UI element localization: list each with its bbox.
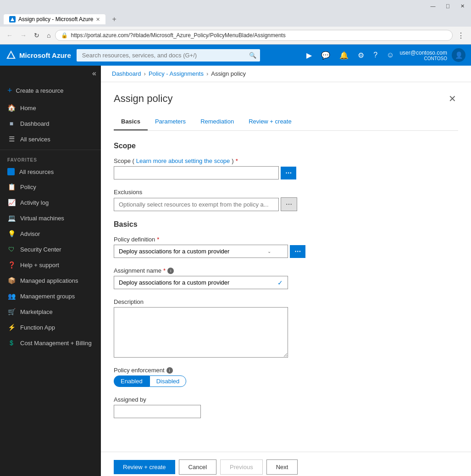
feedback-button[interactable]: 💬 — [317, 48, 334, 62]
new-tab-button[interactable]: + — [109, 14, 119, 24]
assigned-by-label: Assigned by — [114, 396, 458, 403]
assigned-by-input[interactable] — [114, 405, 201, 418]
policy-def-form-group: Policy definition * Deploy associations … — [114, 236, 458, 258]
sidebar-collapse-button[interactable]: « — [92, 69, 96, 78]
sidebar-item-virtual-machines[interactable]: 💻 Virtual machines — [0, 210, 101, 226]
sidebar-item-help-support[interactable]: ❓ Help + support — [0, 257, 101, 273]
sidebar-item-all-services[interactable]: ☰ All services — [0, 131, 101, 147]
enforcement-info-icon[interactable]: i — [166, 367, 173, 374]
search-icon: 🔍 — [249, 52, 256, 59]
next-button[interactable]: Next — [266, 459, 298, 475]
forward-button[interactable]: → — [17, 30, 29, 41]
enforcement-disabled-button[interactable]: Disabled — [150, 375, 187, 387]
description-textarea[interactable] — [114, 307, 288, 358]
minimize-button[interactable]: ― — [426, 1, 440, 11]
search-input[interactable] — [77, 49, 260, 62]
cloud-shell-button[interactable]: ▶ — [303, 48, 316, 62]
sidebar-dashboard-label: Dashboard — [20, 120, 50, 127]
sidebar-item-cost-management[interactable]: $ Cost Management + Billing — [0, 335, 101, 351]
window-titlebar: ― ⎕ ✕ — [0, 0, 471, 12]
policy-def-select[interactable]: Deploy associations for a custom provide… — [114, 245, 288, 258]
policy-enforcement-label: Policy enforcement i — [114, 367, 458, 374]
user-org: CONTOSO — [424, 56, 447, 61]
azure-logo: Microsoft Azure — [6, 50, 71, 61]
sidebar-item-function-app[interactable]: ⚡ Function App — [0, 319, 101, 335]
sidebar-item-home[interactable]: 🏠 Home — [0, 100, 101, 116]
brand-name: Microsoft Azure — [19, 51, 71, 59]
managed-apps-icon: 📦 — [7, 276, 16, 285]
sidebar-item-policy[interactable]: 📋 Policy — [0, 179, 101, 195]
exclusions-label-text: Exclusions — [114, 189, 142, 196]
restore-button[interactable]: ⎕ — [441, 1, 454, 11]
management-groups-icon: 👥 — [7, 292, 16, 300]
exclusions-input-row: ⋯ — [114, 197, 458, 211]
sidebar-managedapps-label: Managed applications — [20, 277, 78, 284]
content-area: Dashboard › Policy - Assignments › Assig… — [101, 66, 471, 476]
browser-chrome: Assign policy - Microsoft Azure ✕ + ← → … — [0, 12, 471, 45]
tab-parameters[interactable]: Parameters — [148, 113, 193, 130]
user-avatar[interactable]: 👤 — [452, 48, 465, 62]
panel-header: Assign policy ✕ — [114, 82, 458, 113]
sidebar-help-label: Help + support — [20, 262, 59, 269]
help-button[interactable]: ? — [370, 48, 381, 62]
sidebar-item-managed-applications[interactable]: 📦 Managed applications — [0, 273, 101, 288]
tab-remediation[interactable]: Remediation — [193, 113, 241, 130]
breadcrumb-dashboard[interactable]: Dashboard — [112, 70, 141, 77]
exclusions-browse-button[interactable]: ⋯ — [281, 197, 297, 211]
cancel-button[interactable]: Cancel — [179, 459, 216, 475]
marketplace-icon: 🛒 — [7, 308, 16, 316]
browser-tab[interactable]: Assign policy - Microsoft Azure ✕ — [4, 14, 105, 24]
sidebar-mgmtgroups-label: Management groups — [20, 293, 75, 300]
assignment-name-input-row: Deploy associations for a custom provide… — [114, 276, 458, 289]
scope-form-group: Scope (Learn more about setting the scop… — [114, 157, 458, 179]
settings-button[interactable]: ⚙ — [354, 48, 368, 62]
scope-input[interactable] — [114, 166, 279, 179]
user-info: user@contoso.com CONTOSO — [399, 50, 447, 61]
address-bar[interactable]: 🔒 https://portal.azure.com/?#blade/Micro… — [55, 30, 453, 41]
sidebar-item-create-resource[interactable]: + Create a resource — [0, 81, 101, 100]
breadcrumb-policy-assignments[interactable]: Policy - Assignments — [149, 70, 204, 77]
exclusions-label: Exclusions — [114, 189, 458, 196]
assignment-name-info-icon[interactable]: i — [167, 268, 174, 274]
topbar-icons: ▶ 💬 🔔 ⚙ ? ☺ user@contoso.com CONTOSO 👤 — [303, 48, 465, 62]
svg-marker-0 — [11, 17, 14, 21]
assignment-name-label: Assignment name * i — [114, 267, 458, 274]
policy-def-browse-button[interactable]: ⋯ — [290, 245, 305, 258]
assignment-name-select-container: Deploy associations for a custom provide… — [114, 276, 288, 289]
sidebar-item-activity-log[interactable]: 📈 Activity log — [0, 195, 101, 210]
sidebar-item-management-groups[interactable]: 👥 Management groups — [0, 288, 101, 304]
policy-enforcement-label-text: Policy enforcement — [114, 367, 165, 374]
enforcement-enabled-button[interactable]: Enabled — [114, 375, 150, 387]
sidebar-policy-label: Policy — [20, 184, 36, 190]
panel-footer: Review + create Cancel Previous Next — [101, 452, 471, 476]
sidebar-item-advisor[interactable]: 💡 Advisor — [0, 226, 101, 241]
sidebar-item-marketplace[interactable]: 🛒 Marketplace — [0, 304, 101, 319]
policy-icon: 📋 — [7, 183, 16, 191]
review-create-button[interactable]: Review + create — [114, 460, 175, 474]
scope-learn-more-link[interactable]: Learn more about setting the scope — [136, 157, 230, 164]
sidebar-functionapp-label: Function App — [20, 324, 55, 331]
azure-topbar: Microsoft Azure 🔍 ▶ 💬 🔔 ⚙ ? ☺ user@conto… — [0, 45, 471, 66]
sidebar-item-dashboard[interactable]: ■ Dashboard — [0, 116, 101, 131]
search-bar[interactable]: 🔍 — [77, 49, 260, 62]
scope-browse-button[interactable]: ⋯ — [281, 167, 296, 179]
tab-close-icon[interactable]: ✕ — [96, 17, 100, 22]
tab-basics[interactable]: Basics — [114, 113, 148, 130]
sidebar-item-security-center[interactable]: 🛡 Security Center — [0, 241, 101, 257]
panel-close-button[interactable]: ✕ — [447, 91, 458, 106]
activity-log-icon: 📈 — [7, 198, 16, 207]
basics-section-title: Basics — [114, 220, 458, 229]
home-button[interactable]: ⌂ — [44, 30, 53, 41]
browser-menu-button[interactable]: ⋮ — [454, 29, 467, 42]
tab-review-create[interactable]: Review + create — [241, 113, 299, 130]
back-button[interactable]: ← — [4, 30, 16, 41]
sidebar-item-all-resources[interactable]: All resources — [0, 164, 101, 179]
security-center-icon: 🛡 — [7, 245, 16, 253]
feedback2-button[interactable]: ☺ — [383, 48, 398, 62]
refresh-button[interactable]: ↻ — [31, 30, 42, 41]
sidebar-advisor-label: Advisor — [20, 230, 40, 237]
assignment-name-select[interactable]: Deploy associations for a custom provide… — [114, 276, 288, 289]
exclusions-input[interactable] — [114, 198, 279, 211]
notifications-button[interactable]: 🔔 — [336, 48, 352, 62]
close-button[interactable]: ✕ — [455, 1, 469, 11]
